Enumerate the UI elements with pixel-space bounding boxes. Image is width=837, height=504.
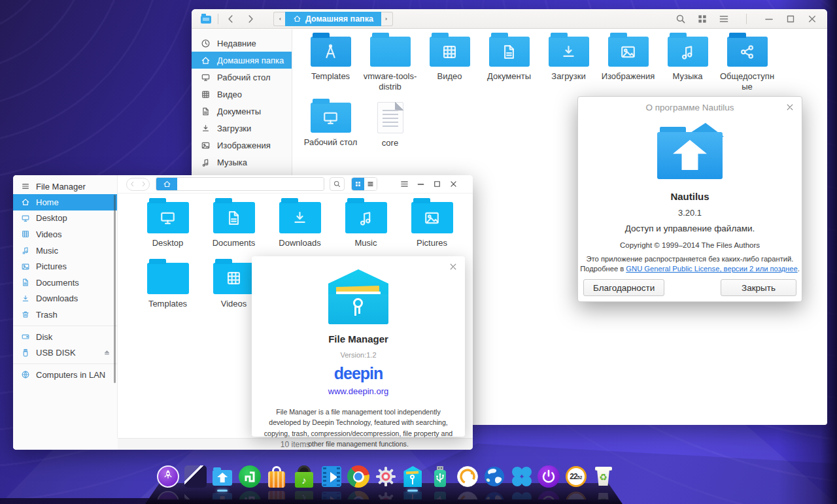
control-center-icon — [375, 465, 397, 488]
fm-sidebar-item-downloads[interactable]: Downloads — [13, 291, 117, 307]
dock-item-chrome[interactable] — [347, 465, 369, 499]
file-item-templates-folder[interactable]: Templates — [301, 32, 360, 92]
sidebar-scrollbar[interactable] — [114, 195, 116, 383]
dock-item-nautilus-files[interactable] — [211, 465, 233, 499]
fm-sidebar-item-usb-disk[interactable]: USB DISK — [13, 344, 117, 361]
grid-view-button[interactable] — [352, 178, 364, 190]
breadcrumb-home-tab[interactable]: Домашняя папка — [285, 12, 381, 26]
address-input[interactable] — [177, 178, 324, 190]
dock-item-terminal[interactable] — [184, 465, 207, 499]
nautilus-app-icon — [653, 123, 726, 180]
fm-sidebar-item-trash[interactable]: Trash — [13, 307, 117, 323]
folder-icon — [311, 103, 351, 133]
nautilus-sidebar-item-desktop[interactable]: Рабочий стол — [192, 69, 292, 86]
nautilus-sidebar-item-downloads[interactable]: Загрузки — [192, 120, 292, 137]
view-toggle-group — [351, 177, 377, 191]
fm-sidebar-item-disk[interactable]: Disk — [13, 329, 117, 345]
forward-button[interactable] — [245, 13, 256, 25]
dock-item-deepin-file-manager[interactable] — [401, 465, 424, 499]
home-crumb-button[interactable] — [156, 178, 177, 190]
fm-sidebar-item-computers-in-lan[interactable]: Computers in LAN — [13, 367, 117, 383]
dock-item-clock[interactable]: 2252 2252 — [565, 465, 587, 499]
nautilus-sidebar-item-music[interactable]: Музыка — [192, 154, 292, 171]
close-button[interactable] — [806, 13, 818, 25]
close-button[interactable] — [449, 179, 458, 189]
path-scroll-right-button[interactable] — [381, 12, 393, 26]
nautilus-sidebar-item-recent[interactable]: Недавние — [192, 35, 292, 52]
dock-reflection — [265, 491, 288, 499]
fm-sidebar-item-desktop[interactable]: Desktop — [13, 210, 117, 227]
grid-view-button[interactable] — [696, 13, 708, 25]
hamburger-icon[interactable] — [21, 182, 30, 191]
deepin-music-icon: ♪ — [293, 465, 315, 488]
forward-button[interactable] — [138, 178, 149, 190]
menu-button[interactable] — [718, 13, 730, 25]
file-item-music-folder[interactable]: Музыка — [658, 32, 717, 92]
file-item-pictures-folder[interactable]: Pictures — [399, 197, 465, 248]
file-item-desktop-folder[interactable]: Desktop — [135, 197, 201, 248]
dock-item-launcher[interactable] — [157, 465, 179, 499]
minimize-button[interactable] — [763, 13, 775, 25]
fm-sidebar-item-pictures[interactable]: Pictures — [13, 258, 117, 275]
dock-item-store-green[interactable] — [239, 465, 261, 499]
file-label: Desktop — [152, 238, 184, 248]
dock-item-usb-creator[interactable] — [429, 465, 451, 499]
file-item-video-folder[interactable]: Видео — [420, 32, 479, 92]
titlebar-separator — [746, 14, 747, 24]
file-item-downloads-folder[interactable]: Downloads — [267, 197, 333, 248]
dock-item-app-store[interactable] — [265, 465, 288, 499]
list-view-button[interactable] — [364, 178, 377, 190]
back-button[interactable] — [127, 178, 138, 190]
sidebar-separator — [13, 363, 117, 364]
close-icon[interactable] — [448, 261, 458, 272]
fm-sidebar-item-videos[interactable]: Videos — [13, 226, 117, 243]
file-item-vmware-folder[interactable]: vmware-tools-distrib — [360, 32, 420, 92]
eject-icon[interactable] — [103, 349, 111, 356]
dock-item-power[interactable] — [538, 465, 560, 499]
file-item-public-folder[interactable]: Общедоступные — [717, 32, 777, 92]
file-item-desktop-folder[interactable]: Рабочий стол — [301, 98, 360, 148]
close-button[interactable]: Закрыть — [721, 279, 796, 296]
file-item-documents-folder[interactable]: Документы — [479, 32, 539, 92]
back-button[interactable] — [225, 13, 237, 25]
website-link[interactable]: www.deepin.org — [252, 386, 465, 396]
nautilus-sidebar-item-home[interactable]: Домашняя папка — [192, 52, 292, 69]
credits-button[interactable]: Благодарности — [583, 279, 664, 296]
nautilus-sidebar-item-documents[interactable]: Документы — [192, 103, 292, 120]
search-button[interactable] — [330, 177, 345, 191]
dock: ♪ ♪ — [157, 465, 615, 499]
menu-button[interactable] — [400, 179, 409, 189]
dock-reflection — [184, 491, 207, 499]
fm-sidebar-item-music[interactable]: Music — [13, 243, 117, 259]
file-item-documents-folder[interactable]: Documents — [201, 197, 267, 248]
nautilus-sidebar-item-videos[interactable]: Видео — [192, 86, 292, 103]
dock-item-deepin-community[interactable] — [511, 465, 533, 499]
dock-item-browser[interactable] — [483, 465, 505, 499]
power-icon — [538, 465, 560, 488]
close-icon[interactable] — [785, 102, 795, 112]
file-item-pictures-folder[interactable]: Изображения — [598, 32, 658, 92]
minimize-button[interactable] — [416, 179, 426, 189]
dock-item-control-center[interactable] — [375, 465, 397, 499]
path-scroll-left-button[interactable] — [273, 12, 285, 26]
file-item-downloads-folder[interactable]: Загрузки — [539, 32, 598, 92]
app-name: File Manager — [252, 333, 465, 344]
file-item-core-file[interactable]: core — [360, 98, 420, 148]
dock-item-deepin-movie[interactable] — [320, 465, 343, 499]
search-button[interactable] — [675, 13, 687, 25]
folder-icon — [727, 37, 768, 67]
dock-item-trash[interactable]: ♻ ♻ — [592, 465, 615, 499]
sidebar-item-label: Pictures — [36, 261, 67, 271]
dock-item-deepin-music[interactable]: ♪ ♪ — [293, 465, 315, 499]
maximize-button[interactable] — [785, 13, 796, 25]
maximize-button[interactable] — [432, 179, 442, 189]
file-item-templates-folder[interactable]: Templates — [135, 258, 201, 309]
fm-sidebar-item-home[interactable]: Home — [13, 194, 117, 210]
gpl-license-link[interactable]: GNU General Public License, версии 2 или… — [626, 265, 797, 273]
nav-button-group — [126, 178, 150, 191]
nautilus-sidebar-item-pictures[interactable]: Изображения — [192, 137, 292, 154]
fm-sidebar: File Manager Home Desktop Videos — [13, 175, 118, 450]
file-item-music-folder[interactable]: Music — [333, 197, 399, 248]
fm-sidebar-item-documents[interactable]: Documents — [13, 275, 117, 291]
dock-item-screen-tool[interactable] — [456, 465, 479, 499]
